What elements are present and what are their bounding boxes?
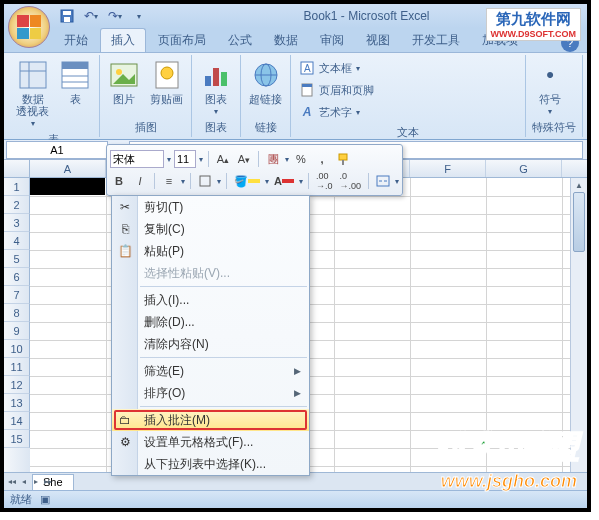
textbox-button[interactable]: A文本框▾ — [297, 57, 362, 79]
col-header-G[interactable]: G — [486, 160, 562, 177]
svg-rect-3 — [20, 62, 46, 88]
tab-review[interactable]: 审阅 — [310, 29, 354, 52]
hyperlink-icon — [250, 59, 282, 91]
group-links-label: 链接 — [247, 118, 284, 135]
context-menu-item[interactable]: 筛选(E)▶ — [112, 360, 309, 382]
save-button[interactable] — [56, 5, 78, 27]
watermark-cn: 技术员联盟 — [437, 427, 577, 468]
mini-align[interactable]: ≡ — [160, 172, 178, 190]
context-menu-label: 剪切(T) — [144, 199, 183, 216]
svg-rect-25 — [342, 160, 344, 165]
mini-format-painter[interactable] — [334, 150, 352, 168]
mini-bold[interactable]: B — [110, 172, 128, 190]
tab-view[interactable]: 视图 — [356, 29, 400, 52]
context-menu-item[interactable]: 📋粘贴(P) — [112, 240, 309, 262]
context-menu-item[interactable]: ⚙设置单元格格式(F)... — [112, 431, 309, 453]
scrollbar-thumb[interactable] — [573, 192, 585, 252]
mini-font-input[interactable] — [110, 150, 164, 168]
hyperlink-button[interactable]: 超链接 — [247, 57, 284, 107]
mini-inc-decimal[interactable]: .0→.00 — [337, 172, 363, 190]
qat-customize[interactable]: ▾ — [128, 5, 150, 27]
mini-toolbar: ▾ ▾ A▴ A▾ 團▾ % , B I ≡▾ ▾ 🪣▾ A▾ .00→.0 .… — [106, 144, 403, 196]
mini-size-input[interactable] — [174, 150, 196, 168]
status-bar: 就绪 ▣ — [4, 490, 587, 508]
mini-dec-decimal[interactable]: .00→.0 — [314, 172, 335, 190]
svg-point-11 — [116, 69, 122, 75]
svg-rect-7 — [62, 62, 88, 69]
context-menu-item[interactable]: 从下拉列表中选择(K)... — [112, 453, 309, 475]
group-symbol-label: 特殊符号 — [532, 118, 576, 135]
mini-fill-color[interactable]: 🪣 — [232, 172, 262, 190]
mini-merge[interactable] — [374, 172, 392, 190]
wordart-button[interactable]: A艺术字▾ — [297, 101, 362, 123]
tab-insert[interactable]: 插入 — [100, 28, 146, 52]
tab-developer[interactable]: 开发工具 — [402, 29, 470, 52]
context-menu-item[interactable]: ✂剪切(T) — [112, 196, 309, 218]
macro-record-icon[interactable]: ▣ — [40, 493, 50, 506]
table-button[interactable]: 表 — [57, 57, 93, 107]
row-header[interactable]: 13 — [4, 394, 30, 412]
row-header[interactable]: 15 — [4, 430, 30, 448]
row-header[interactable]: 12 — [4, 376, 30, 394]
chart-button[interactable]: 图表▾ — [198, 57, 234, 118]
picture-label: 图片 — [113, 93, 135, 105]
table-label: 表 — [70, 93, 81, 105]
context-menu-label: 选择性粘贴(V)... — [144, 265, 230, 282]
tab-formulas[interactable]: 公式 — [218, 29, 262, 52]
row-header[interactable]: 6 — [4, 268, 30, 286]
tab-home[interactable]: 开始 — [54, 29, 98, 52]
table-icon — [59, 59, 91, 91]
context-menu-item[interactable]: 🗀插入批注(M) — [112, 409, 309, 431]
group-charts: 图表▾ 图表 — [192, 55, 241, 137]
mini-shrink-font[interactable]: A▾ — [235, 150, 253, 168]
symbol-button[interactable]: • 符号▾ — [532, 57, 568, 118]
mini-grow-font[interactable]: A▴ — [214, 150, 232, 168]
redo-button[interactable]: ↷▾ — [104, 5, 126, 27]
mini-percent[interactable]: % — [292, 150, 310, 168]
ribbon: 数据 透视表▾ 表 表 图片 剪贴画 插图 — [4, 52, 587, 140]
row-header[interactable]: 1 — [4, 178, 30, 196]
row-header[interactable]: 9 — [4, 322, 30, 340]
row-header[interactable]: 8 — [4, 304, 30, 322]
row-header[interactable]: 10 — [4, 340, 30, 358]
group-illust-label: 插图 — [106, 118, 185, 135]
row-header[interactable]: 11 — [4, 358, 30, 376]
textbox-label: 文本框 — [319, 61, 352, 76]
row-header[interactable]: 7 — [4, 286, 30, 304]
context-menu-item[interactable]: 排序(O)▶ — [112, 382, 309, 404]
name-box[interactable]: A1 — [6, 141, 108, 159]
group-symbol: • 符号▾ 特殊符号 — [526, 55, 583, 137]
undo-button[interactable]: ↶▾ — [80, 5, 102, 27]
mini-italic[interactable]: I — [131, 172, 149, 190]
symbol-icon: • — [534, 59, 566, 91]
row-header[interactable]: 2 — [4, 196, 30, 214]
context-menu-item[interactable]: ⎘复制(C) — [112, 218, 309, 240]
row-header[interactable]: 3 — [4, 214, 30, 232]
pivottable-button[interactable]: 数据 透视表▾ — [14, 57, 51, 130]
col-header-F[interactable]: F — [410, 160, 486, 177]
tab-data[interactable]: 数据 — [264, 29, 308, 52]
group-links: 超链接 链接 — [241, 55, 291, 137]
row-header[interactable]: 4 — [4, 232, 30, 250]
tab-pagelayout[interactable]: 页面布局 — [148, 29, 216, 52]
context-menu-item[interactable]: 删除(D)... — [112, 311, 309, 333]
mini-borders[interactable] — [196, 172, 214, 190]
active-cell-selection — [30, 178, 105, 195]
context-menu-item[interactable]: 插入(I)... — [112, 289, 309, 311]
watermark-url: www.jsgho.com — [441, 471, 577, 492]
picture-button[interactable]: 图片 — [106, 57, 142, 107]
mini-comma[interactable]: , — [313, 150, 331, 168]
row-header[interactable]: 5 — [4, 250, 30, 268]
context-menu-item[interactable]: 清除内容(N) — [112, 333, 309, 355]
headerfooter-label: 页眉和页脚 — [319, 83, 374, 98]
office-button[interactable] — [8, 6, 50, 48]
mini-font-color[interactable]: A — [272, 172, 296, 190]
row-header[interactable]: 14 — [4, 412, 30, 430]
headerfooter-button[interactable]: 页眉和页脚 — [297, 79, 376, 101]
col-header-A[interactable]: A — [30, 160, 106, 177]
svg-point-13 — [161, 67, 173, 79]
svg-rect-1 — [63, 11, 71, 15]
mini-accounting[interactable]: 團 — [264, 150, 282, 168]
clipart-button[interactable]: 剪贴画 — [148, 57, 185, 107]
select-all-corner[interactable] — [4, 160, 30, 177]
